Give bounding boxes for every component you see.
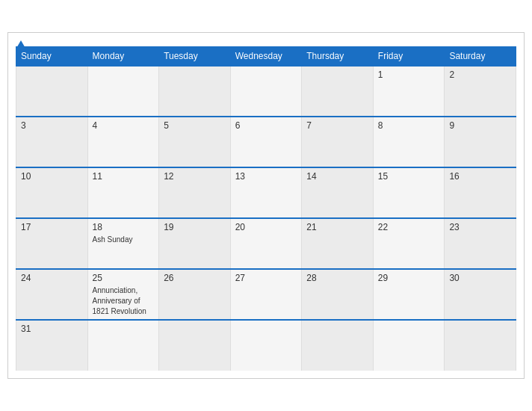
calendar-cell: 21 [302, 218, 374, 269]
calendar-cell [302, 320, 374, 371]
event-text: Annunciation, Anniversary of 1821 Revolu… [93, 286, 146, 315]
calendar-cell [230, 66, 302, 117]
week-row: 1718Ash Sunday1920212223 [16, 218, 516, 269]
day-number: 6 [235, 120, 297, 131]
calendar-cell [87, 320, 159, 371]
day-number: 8 [378, 120, 440, 131]
day-header-sunday: Sunday [16, 47, 88, 67]
day-number: 1 [378, 69, 440, 80]
calendar-cell: 15 [373, 167, 445, 218]
calendar-cell [230, 320, 302, 371]
calendar-cell: 4 [87, 117, 159, 167]
day-number: 10 [21, 171, 83, 182]
calendar-cell: 8 [373, 117, 445, 167]
calendar-cell: 19 [159, 218, 231, 269]
week-row: 31 [16, 320, 516, 371]
calendar-cell: 27 [230, 269, 302, 320]
calendar-cell [16, 66, 88, 117]
calendar-cell: 5 [159, 117, 231, 167]
logo [16, 40, 28, 49]
calendar-cell: 2 [445, 66, 516, 117]
day-header-friday: Friday [373, 47, 445, 67]
day-header-thursday: Thursday [302, 47, 374, 67]
calendar-cell [302, 66, 374, 117]
calendar-cell [445, 320, 516, 371]
day-number: 11 [93, 171, 155, 182]
calendar-cell: 13 [230, 167, 302, 218]
calendar-cell: 23 [445, 218, 516, 269]
calendar-cell: 22 [373, 218, 445, 269]
calendar-wrapper: SundayMondayTuesdayWednesdayThursdayFrid… [7, 32, 525, 379]
day-number: 14 [306, 171, 368, 182]
calendar-cell: 7 [302, 117, 374, 167]
calendar-cell: 6 [230, 117, 302, 167]
day-number: 30 [449, 273, 511, 283]
calendar-table: SundayMondayTuesdayWednesdayThursdayFrid… [16, 46, 516, 371]
day-number: 7 [306, 120, 368, 131]
day-number: 24 [21, 273, 83, 283]
day-number: 5 [164, 120, 226, 131]
calendar-cell: 11 [87, 167, 159, 218]
day-header-wednesday: Wednesday [230, 47, 302, 67]
calendar-cell: 10 [16, 167, 88, 218]
day-number: 16 [449, 171, 511, 182]
event-text: Ash Sunday [93, 235, 133, 244]
day-number: 19 [164, 222, 226, 232]
calendar-cell: 17 [16, 218, 88, 269]
day-number: 28 [306, 273, 368, 283]
calendar-cell: 30 [445, 269, 516, 320]
day-number: 26 [164, 273, 226, 283]
week-row: 2425Annunciation, Anniversary of 1821 Re… [16, 269, 516, 320]
day-header-tuesday: Tuesday [159, 47, 231, 67]
calendar-cell: 24 [16, 269, 88, 320]
calendar-cell: 1 [373, 66, 445, 117]
day-number: 22 [378, 222, 440, 232]
day-header-saturday: Saturday [445, 47, 516, 67]
day-number: 2 [449, 69, 511, 80]
week-row: 3456789 [16, 117, 516, 167]
calendar-cell: 16 [445, 167, 516, 218]
day-number: 18 [93, 222, 155, 232]
calendar-cell: 20 [230, 218, 302, 269]
calendar-cell [373, 320, 445, 371]
calendar-thead: SundayMondayTuesdayWednesdayThursdayFrid… [16, 47, 516, 67]
day-number: 25 [93, 273, 155, 283]
logo-triangle-icon [16, 40, 26, 49]
calendar-cell: 14 [302, 167, 374, 218]
calendar-cell: 12 [159, 167, 231, 218]
calendar-cell [159, 320, 231, 371]
calendar-cell: 18Ash Sunday [87, 218, 159, 269]
day-number: 9 [449, 120, 511, 131]
calendar-cell: 25Annunciation, Anniversary of 1821 Revo… [87, 269, 159, 320]
week-row: 12 [16, 66, 516, 117]
day-number: 17 [21, 222, 83, 232]
day-number: 27 [235, 273, 297, 283]
calendar-cell: 26 [159, 269, 231, 320]
day-header-monday: Monday [87, 47, 159, 67]
day-number: 13 [235, 171, 297, 182]
calendar-tbody: 123456789101112131415161718Ash Sunday192… [16, 66, 516, 371]
week-row: 10111213141516 [16, 167, 516, 218]
day-number: 12 [164, 171, 226, 182]
day-number: 31 [21, 324, 83, 334]
day-number: 4 [93, 120, 155, 131]
days-of-week-row: SundayMondayTuesdayWednesdayThursdayFrid… [16, 47, 516, 67]
day-number: 20 [235, 222, 297, 232]
day-number: 21 [306, 222, 368, 232]
day-number: 29 [378, 273, 440, 283]
logo-blue-text [16, 40, 28, 49]
calendar-cell: 28 [302, 269, 374, 320]
calendar-cell: 3 [16, 117, 88, 167]
day-number: 15 [378, 171, 440, 182]
calendar-cell [159, 66, 231, 117]
calendar-cell [87, 66, 159, 117]
day-number: 23 [449, 222, 511, 232]
calendar-cell: 31 [16, 320, 88, 371]
calendar-cell: 29 [373, 269, 445, 320]
day-number: 3 [21, 120, 83, 131]
calendar-cell: 9 [445, 117, 516, 167]
